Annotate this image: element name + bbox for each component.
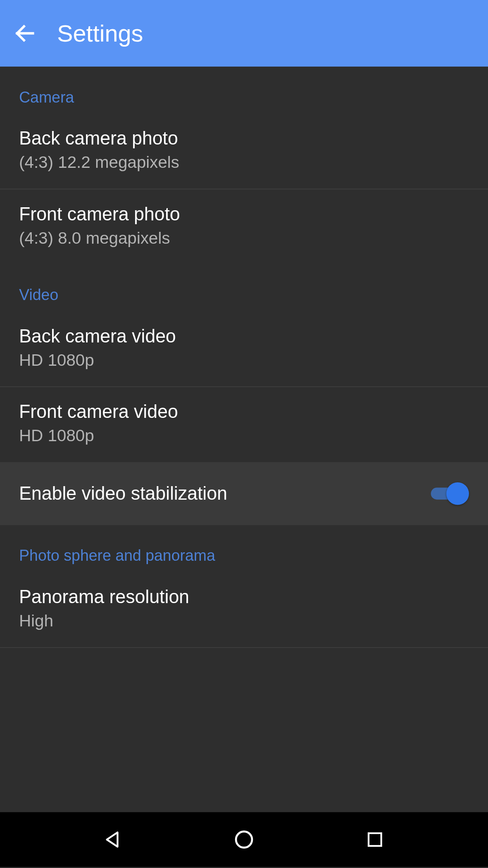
svg-point-2: [236, 832, 252, 848]
nav-recent-button[interactable]: [357, 822, 393, 857]
setting-panorama-resolution[interactable]: Panorama resolution High: [0, 572, 488, 648]
setting-value: (4:3) 8.0 megapixels: [19, 228, 180, 248]
setting-back-camera-video[interactable]: Back camera video HD 1080p: [0, 312, 488, 387]
setting-title: Front camera video: [19, 401, 178, 423]
setting-title: Back camera photo: [19, 128, 179, 150]
settings-list: Camera Back camera photo (4:3) 12.2 mega…: [0, 67, 488, 812]
setting-title: Panorama resolution: [19, 587, 189, 608]
switch-thumb: [446, 482, 469, 505]
section-header-video: Video: [0, 264, 488, 312]
setting-front-camera-video[interactable]: Front camera video HD 1080p: [0, 387, 488, 462]
setting-value: High: [19, 612, 189, 631]
stabilization-toggle[interactable]: [431, 482, 469, 505]
nav-back-button[interactable]: [95, 822, 131, 857]
navigation-bar: [0, 812, 488, 867]
setting-value: HD 1080p: [19, 426, 178, 445]
page-title: Settings: [57, 20, 143, 47]
app-bar: Settings: [0, 0, 488, 67]
triangle-back-icon: [103, 829, 124, 851]
setting-enable-video-stabilization[interactable]: Enable video stabilization: [0, 462, 488, 525]
square-recent-icon: [366, 830, 385, 849]
nav-home-button[interactable]: [226, 822, 262, 857]
circle-home-icon: [233, 829, 255, 851]
setting-value: HD 1080p: [19, 351, 176, 370]
setting-front-camera-photo[interactable]: Front camera photo (4:3) 8.0 megapixels: [0, 189, 488, 264]
back-button[interactable]: [11, 19, 39, 47]
svg-marker-1: [107, 832, 117, 847]
setting-title: Back camera video: [19, 326, 176, 347]
setting-value: (4:3) 12.2 megapixels: [19, 153, 179, 172]
setting-title: Enable video stabilization: [19, 483, 227, 504]
svg-rect-3: [369, 833, 381, 846]
section-header-camera: Camera: [0, 67, 488, 114]
setting-title: Front camera photo: [19, 203, 180, 225]
arrow-left-icon: [13, 22, 37, 45]
setting-back-camera-photo[interactable]: Back camera photo (4:3) 12.2 megapixels: [0, 114, 488, 189]
section-header-panorama: Photo sphere and panorama: [0, 525, 488, 572]
